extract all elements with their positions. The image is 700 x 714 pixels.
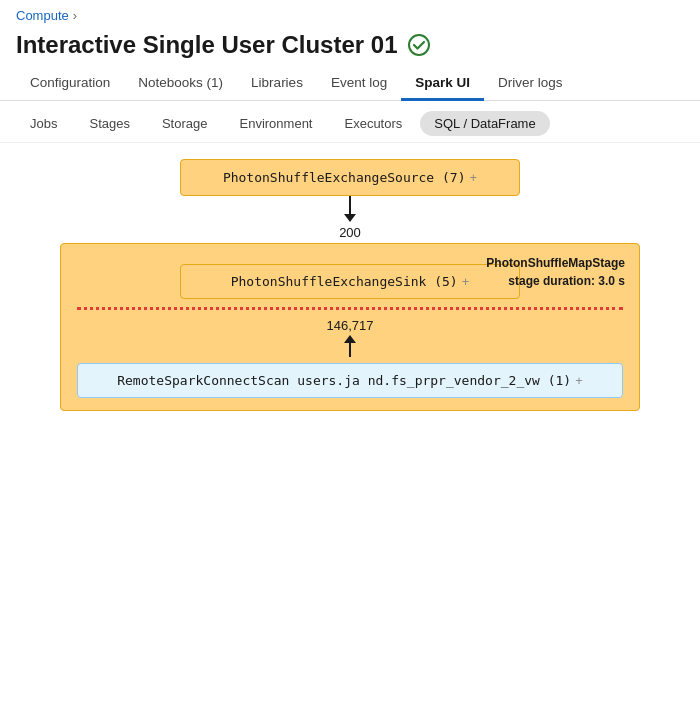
sub-tab-storage[interactable]: Storage — [148, 111, 222, 136]
dag-arrow-2-label: 146,717 — [327, 318, 374, 333]
dag-scan-node-box[interactable]: RemoteSparkConnectScan users.ja nd.fs_pr… — [77, 363, 623, 398]
tab-spark-ui[interactable]: Spark UI — [401, 67, 484, 101]
dag-scan-node-label: RemoteSparkConnectScan users.ja nd.fs_pr… — [117, 373, 571, 388]
breadcrumb: Compute › — [0, 0, 700, 27]
dag-stage-box: PhotonShuffleMapStage stage duration: 3.… — [60, 243, 640, 411]
breadcrumb-separator: › — [73, 8, 77, 23]
sub-tab-jobs[interactable]: Jobs — [16, 111, 71, 136]
page-title-bar: Interactive Single User Cluster 01 — [0, 27, 700, 67]
breadcrumb-compute-link[interactable]: Compute — [16, 8, 69, 23]
main-tab-bar: Configuration Notebooks (1) Libraries Ev… — [0, 67, 700, 101]
dag-main-content: PhotonShuffleExchangeSource (7) + 200 Ph… — [0, 143, 700, 663]
tab-notebooks[interactable]: Notebooks (1) — [124, 67, 237, 101]
dag-stage-title-area: PhotonShuffleMapStage stage duration: 3.… — [486, 254, 625, 290]
tab-configuration[interactable]: Configuration — [16, 67, 124, 101]
dag-graph: PhotonShuffleExchangeSource (7) + 200 Ph… — [16, 159, 684, 647]
dag-top-node-label: PhotonShuffleExchangeSource (7) — [223, 170, 466, 185]
tab-event-log[interactable]: Event log — [317, 67, 401, 101]
sub-tab-stages[interactable]: Stages — [75, 111, 143, 136]
tab-libraries[interactable]: Libraries — [237, 67, 317, 101]
dag-stage-subtitle: stage duration: 3.0 s — [486, 272, 625, 290]
cluster-status-icon — [408, 34, 430, 56]
sub-tab-executors[interactable]: Executors — [330, 111, 416, 136]
dag-stage-title: PhotonShuffleMapStage — [486, 254, 625, 272]
dag-arrow-1-label: 200 — [339, 225, 361, 240]
tab-driver-logs[interactable]: Driver logs — [484, 67, 577, 101]
dag-top-node-plus: + — [470, 170, 478, 185]
dag-red-separator — [77, 307, 623, 310]
sub-tab-environment[interactable]: Environment — [226, 111, 327, 136]
dag-arrow-2-wrapper: 146,717 — [327, 318, 374, 357]
svg-point-0 — [409, 35, 429, 55]
dag-sink-node-box[interactable]: PhotonShuffleExchangeSink (5) + — [180, 264, 520, 299]
sub-tab-sql-dataframe[interactable]: SQL / DataFrame — [420, 111, 549, 136]
dag-arrow-1-wrapper: 200 — [339, 196, 361, 243]
spark-ui-sub-tab-bar: Jobs Stages Storage Environment Executor… — [0, 101, 700, 143]
dag-top-node-box[interactable]: PhotonShuffleExchangeSource (7) + — [180, 159, 520, 196]
dag-sink-node-label: PhotonShuffleExchangeSink (5) — [231, 274, 458, 289]
dag-scan-node-plus: + — [575, 373, 583, 388]
dag-sink-node-plus: + — [462, 274, 470, 289]
page-title: Interactive Single User Cluster 01 — [16, 31, 398, 59]
